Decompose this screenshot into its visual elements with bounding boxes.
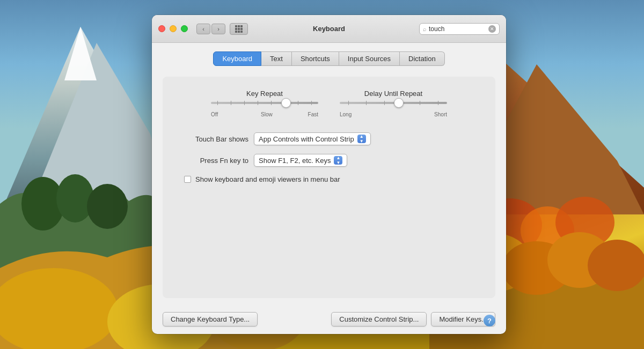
key-repeat-slow-label: Slow	[261, 112, 273, 117]
key-repeat-label: Key Repeat	[246, 90, 283, 98]
emoji-viewer-checkbox[interactable]	[184, 176, 191, 183]
minimize-button[interactable]	[170, 25, 177, 32]
forward-button[interactable]: ›	[211, 24, 225, 34]
controls-section: Touch Bar shows App Controls with Contro…	[179, 132, 479, 183]
grid-icon	[235, 25, 243, 33]
key-repeat-thumb[interactable]	[281, 98, 291, 108]
nav-buttons: ‹ ›	[196, 24, 225, 34]
bottom-buttons: Change Keyboard Type... Customize Contro…	[152, 307, 506, 334]
close-button[interactable]	[158, 25, 165, 32]
traffic-lights	[158, 25, 188, 32]
key-repeat-fast-label: Fast	[308, 112, 318, 117]
delay-repeat-thumb[interactable]	[394, 98, 404, 108]
window-title: Keyboard	[313, 25, 345, 33]
key-repeat-track	[211, 102, 318, 104]
keyboard-preferences-window: ‹ › Keyboard ⌕ ✕ Keyboard Text Shortcuts…	[152, 15, 506, 334]
tab-shortcuts[interactable]: Shortcuts	[292, 51, 339, 66]
key-repeat-off-label: Off	[211, 112, 218, 117]
key-repeat-slider[interactable]	[211, 102, 318, 104]
customize-strip-button[interactable]: Customize Control Strip...	[331, 312, 427, 326]
delay-repeat-track	[340, 102, 447, 104]
touch-bar-dropdown-arrow: ▲ ▼	[357, 135, 366, 143]
search-input[interactable]	[429, 25, 486, 33]
keyboard-panel: Key Repeat	[163, 77, 495, 298]
right-buttons: Customize Control Strip... Modifier Keys…	[331, 312, 495, 326]
emoji-viewer-row: Show keyboard and emoji viewers in menu …	[184, 175, 479, 183]
delay-repeat-range-labels: Long Short	[340, 112, 447, 117]
tab-text[interactable]: Text	[261, 51, 292, 66]
touch-bar-row: Touch Bar shows App Controls with Contro…	[179, 132, 479, 145]
fn-key-value: Show F1, F2, etc. Keys	[259, 157, 331, 165]
fn-key-label: Press Fn key to	[179, 157, 248, 165]
tabs: Keyboard Text Shortcuts Input Sources Di…	[163, 51, 495, 66]
key-repeat-range-labels: Off Slow Fast	[211, 112, 318, 117]
search-bar: ⌕ ✕	[419, 23, 500, 35]
change-keyboard-button[interactable]: Change Keyboard Type...	[163, 312, 258, 326]
tab-dictation[interactable]: Dictation	[400, 51, 445, 66]
search-icon: ⌕	[423, 26, 427, 32]
delay-repeat-short-label: Short	[434, 112, 447, 117]
touch-bar-value: App Controls with Control Strip	[259, 135, 354, 143]
delay-repeat-group: Delay Until Repeat	[340, 90, 447, 117]
back-button[interactable]: ‹	[196, 24, 210, 34]
content-area: Keyboard Text Shortcuts Input Sources Di…	[152, 43, 506, 307]
delay-repeat-slider[interactable]	[340, 102, 447, 104]
maximize-button[interactable]	[181, 25, 188, 32]
key-repeat-group: Key Repeat	[211, 90, 318, 117]
sliders-section: Key Repeat	[179, 90, 479, 117]
touch-bar-dropdown[interactable]: App Controls with Control Strip ▲ ▼	[254, 132, 371, 145]
delay-repeat-label: Delay Until Repeat	[364, 90, 422, 98]
grid-view-button[interactable]	[230, 23, 248, 35]
tab-input-sources[interactable]: Input Sources	[339, 51, 400, 66]
emoji-viewer-label: Show keyboard and emoji viewers in menu …	[195, 175, 340, 183]
fn-key-dropdown[interactable]: Show F1, F2, etc. Keys ▲ ▼	[254, 154, 347, 167]
touch-bar-label: Touch Bar shows	[179, 135, 248, 143]
fn-key-row: Press Fn key to Show F1, F2, etc. Keys ▲…	[179, 154, 479, 167]
titlebar: ‹ › Keyboard ⌕ ✕	[152, 15, 506, 43]
delay-repeat-long-label: Long	[340, 112, 352, 117]
help-button[interactable]: ?	[484, 315, 495, 326]
fn-key-dropdown-arrow: ▲ ▼	[334, 156, 342, 165]
search-clear-button[interactable]: ✕	[488, 25, 496, 33]
tab-keyboard[interactable]: Keyboard	[213, 51, 261, 66]
